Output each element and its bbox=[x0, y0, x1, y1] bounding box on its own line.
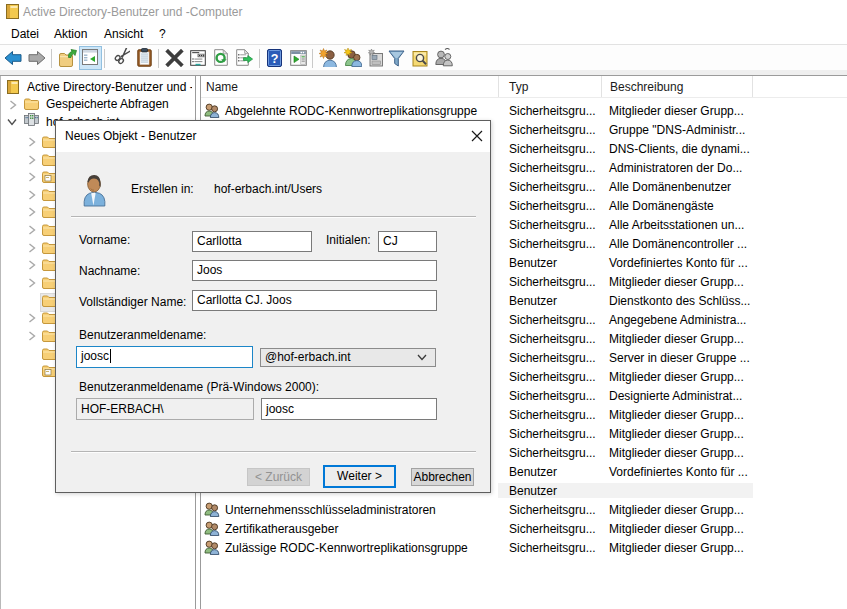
svg-text:?: ? bbox=[271, 52, 279, 66]
